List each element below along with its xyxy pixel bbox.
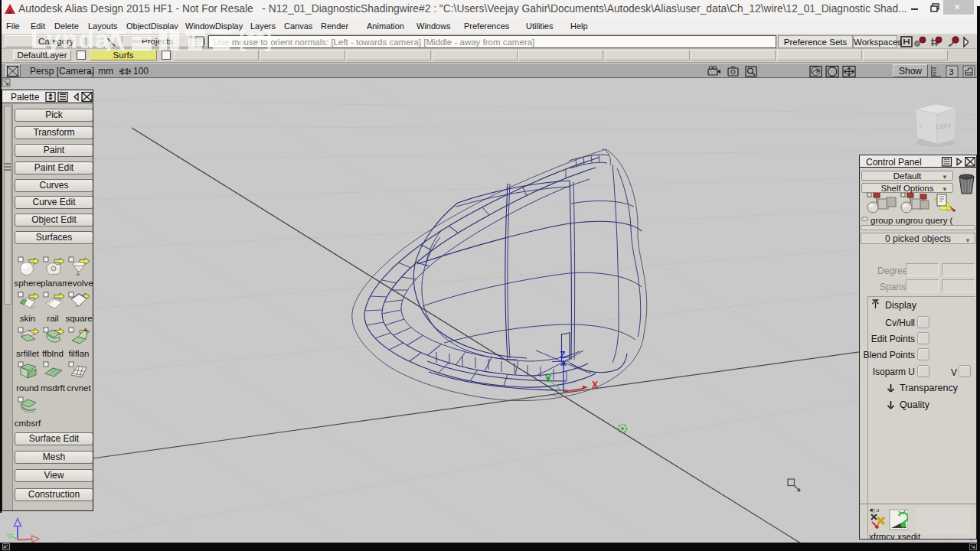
svg-text:3: 3 (949, 67, 954, 77)
svg-text:T: T (919, 123, 923, 130)
svg-text:X: X (592, 380, 598, 390)
svg-text:Z: Z (560, 350, 565, 360)
svg-text:LEFT: LEFT (936, 122, 952, 130)
svg-text:Y: Y (545, 373, 551, 384)
svg-text:■) u: ■) u (870, 507, 880, 514)
